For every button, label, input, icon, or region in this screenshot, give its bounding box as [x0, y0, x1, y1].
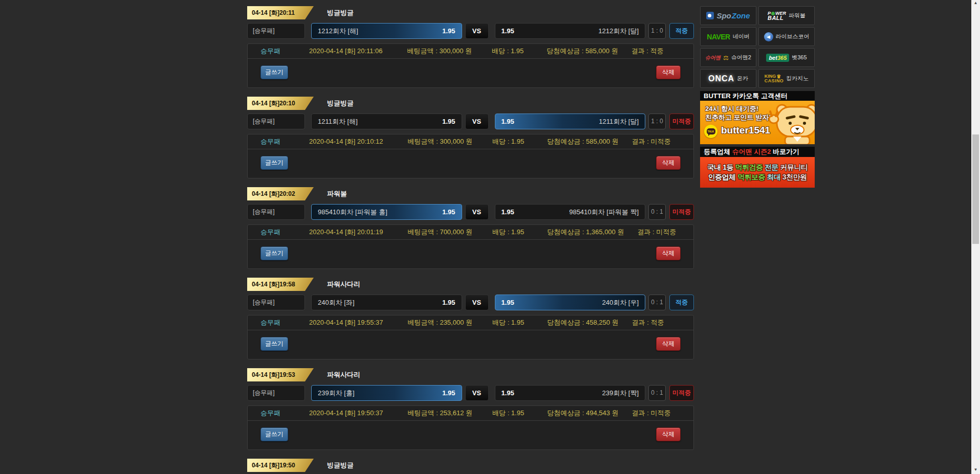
detail-odds: 배당 : 1.95 [492, 318, 524, 327]
game-title: 파워사다리 [327, 370, 360, 379]
entry-detail-panel: 승무패 2020-04-14 [화] 20:11:06 베팅금액 : 300,0… [247, 43, 694, 88]
date-badge: 04-14 [화]20:02 [247, 187, 314, 200]
banner-bet365[interactable]: bet365 벳365 [758, 48, 815, 67]
bet365-logo: bet365 [766, 54, 789, 62]
detail-bet-amount: 베팅금액 : 700,000 원 [408, 228, 472, 237]
home-option[interactable]: 1212회차 [해] 1.95 [311, 23, 462, 39]
entry-header: 04-14 [화]20:10 빙글빙글 [247, 97, 694, 110]
detail-result: 결과 : 적중 [632, 318, 664, 327]
date-badge: 04-14 [화]20:11 [247, 6, 314, 19]
delete-button[interactable]: 삭제 [656, 246, 681, 260]
banner-powerball[interactable]: PWER BALL 파워볼 [758, 6, 815, 25]
detail-bet-type: 승무패 [260, 137, 280, 146]
detail-row: 승무패 2020-04-14 [화] 20:10:12 베팅금액 : 300,0… [248, 134, 693, 149]
game-title: 파워볼 [327, 189, 347, 198]
kakaotalk-icon: TALK [704, 125, 717, 138]
away-option-label: 239회차 [짝] [602, 389, 639, 398]
scales-icon: ⚖ [723, 54, 729, 61]
banner-kingcasino[interactable]: KING♛ CASINO 킹카지노 [758, 69, 815, 88]
banner-sureman[interactable]: 슈어맨 ⚖ 슈어맨2 [700, 48, 756, 67]
detail-datetime: 2020-04-14 [화] 20:11:06 [309, 47, 383, 56]
detail-bet-amount: 베팅금액 : 300,000 원 [407, 47, 472, 56]
game-title: 빙글빙글 [327, 461, 354, 470]
delete-button[interactable]: 삭제 [656, 156, 681, 170]
write-button[interactable]: 글쓰기 [260, 427, 288, 441]
bet-row: [승무패] 1212회차 [해] 1.95 VS 1.95 1212회차 [달]… [247, 23, 694, 39]
entry-actions: 글쓰기 삭제 [248, 240, 693, 268]
bet365-label: 벳365 [792, 54, 807, 61]
vs-box: VS [465, 204, 489, 220]
entry-actions: 글쓰기 삭제 [248, 330, 693, 359]
bet-category: [승무패] [247, 385, 305, 401]
bet-entry: 04-14 [화]20:02 파워볼 [승무패] 985410회차 [파워볼 홀… [247, 187, 694, 278]
delete-button[interactable]: 삭제 [656, 427, 681, 441]
detail-bet-amount: 베팅금액 : 300,000 원 [408, 137, 472, 146]
result-badge: 미적중 [669, 204, 694, 220]
detail-bet-type: 승무패 [260, 228, 280, 237]
vs-box: VS [465, 295, 489, 310]
home-option[interactable]: 1211회차 [해] 1.95 [311, 114, 462, 129]
banner-livescore[interactable]: ◀ 라이브스코어 [758, 27, 815, 46]
bet-entry: 04-14 [화]20:11 빙글빙글 [승무패] 1212회차 [해] 1.9… [247, 6, 694, 97]
bet-row: [승무패] 1211회차 [해] 1.95 VS 1.95 1211회차 [달]… [247, 114, 694, 129]
verification-banner[interactable]: 국내 1등 먹튀검증 전문 커뮤니티 인증업체 먹튀보증 최대 3천만원 [700, 157, 815, 188]
home-option-label: 1211회차 [해] [318, 117, 358, 126]
date-badge: 04-14 [화]20:10 [247, 97, 314, 110]
banner-onca[interactable]: ONCA 온카 [700, 69, 756, 88]
detail-expected-win: 당첨예상금 : 494,543 원 [547, 409, 618, 418]
entry-detail-panel: 승무패 2020-04-14 [화] 20:10:12 베팅금액 : 300,0… [247, 134, 694, 178]
write-button[interactable]: 글쓰기 [260, 156, 288, 170]
bet-row: [승무패] 239회차 [홀] 1.95 VS 1.95 239회차 [짝] 0… [247, 385, 694, 401]
bet-entry: 04-14 [화]19:53 파워사다리 [승무패] 239회차 [홀] 1.9… [247, 368, 694, 459]
detail-expected-win: 당첨예상금 : 458,250 원 [547, 318, 618, 327]
home-option[interactable]: 985410회차 [파워볼 홀] 1.95 [311, 204, 462, 220]
vertical-scrollbar[interactable]: ▲ ▼ [971, 0, 980, 474]
entry-actions: 글쓰기 삭제 [248, 149, 693, 178]
sureman-season2-link[interactable]: 등록업체 슈어맨 시즌2 바로가기 [700, 147, 815, 157]
detail-bet-amount: 베팅금액 : 253,612 원 [408, 409, 472, 418]
sidebar: Spo Zone PWER BALL 파워볼 NAVER 네이버 ◀ 라이브스코… [700, 6, 815, 188]
score-box: 1 : 0 [648, 23, 666, 39]
date-badge: 04-14 [화]19:58 [247, 278, 314, 291]
away-option-odds: 1.95 [502, 208, 514, 216]
away-option[interactable]: 1.95 985410회차 [파워볼 짝] [495, 204, 646, 220]
write-button[interactable]: 글쓰기 [260, 337, 288, 351]
home-option-odds: 1.95 [442, 27, 455, 35]
home-option[interactable]: 239회차 [홀] 1.95 [311, 385, 462, 401]
kakao-banner[interactable]: 24시 항시 대기중! 친추하고 포인트 받자! TALK butter1541 [700, 101, 815, 144]
kakao-id: butter1541 [721, 125, 770, 136]
away-option-label: 1212회차 [달] [598, 27, 639, 36]
detail-expected-win: 당첨예상금 : 1,365,000 원 [547, 228, 624, 237]
away-option[interactable]: 1.95 240회차 [우] [495, 295, 646, 310]
entry-actions: 글쓰기 삭제 [248, 421, 693, 449]
banner-naver[interactable]: NAVER 네이버 [700, 27, 756, 46]
game-title: 빙글빙글 [327, 8, 354, 17]
delete-button[interactable]: 삭제 [656, 337, 681, 351]
entry-header: 04-14 [화]19:53 파워사다리 [247, 368, 694, 381]
detail-datetime: 2020-04-14 [화] 20:01:19 [309, 228, 383, 237]
bet-category: [승무패] [247, 204, 305, 220]
home-option-odds: 1.95 [442, 208, 455, 216]
scroll-up-arrow-icon[interactable]: ▲ [971, 0, 980, 6]
home-option-odds: 1.95 [442, 389, 455, 397]
kingcasino-label: 킹카지노 [786, 75, 809, 82]
delete-button[interactable]: 삭제 [656, 65, 681, 79]
kakao-banner-line2: 친추하고 포인트 받자! [705, 113, 771, 122]
away-option[interactable]: 1.95 239회차 [짝] [495, 385, 646, 401]
away-option-odds: 1.95 [502, 299, 514, 306]
away-option[interactable]: 1.95 1212회차 [달] [495, 23, 646, 39]
away-option-label: 240회차 [우] [602, 298, 639, 307]
away-option[interactable]: 1.95 1211회차 [달] [495, 114, 646, 129]
vs-box: VS [465, 114, 489, 129]
write-button[interactable]: 글쓰기 [260, 65, 288, 79]
scrollbar-thumb[interactable] [972, 134, 979, 244]
bet-category: [승무패] [247, 114, 305, 129]
home-option-odds: 1.95 [442, 118, 455, 125]
banner-spozone[interactable]: Spo Zone [700, 6, 756, 25]
entry-header: 04-14 [화]19:58 파워사다리 [247, 278, 694, 291]
home-option[interactable]: 240회차 [좌] 1.95 [311, 295, 462, 310]
write-button[interactable]: 글쓰기 [260, 246, 288, 260]
scroll-down-arrow-icon[interactable]: ▼ [971, 467, 980, 473]
detail-bet-type: 승무패 [260, 47, 280, 56]
onca-logo: ONCA [708, 74, 734, 83]
